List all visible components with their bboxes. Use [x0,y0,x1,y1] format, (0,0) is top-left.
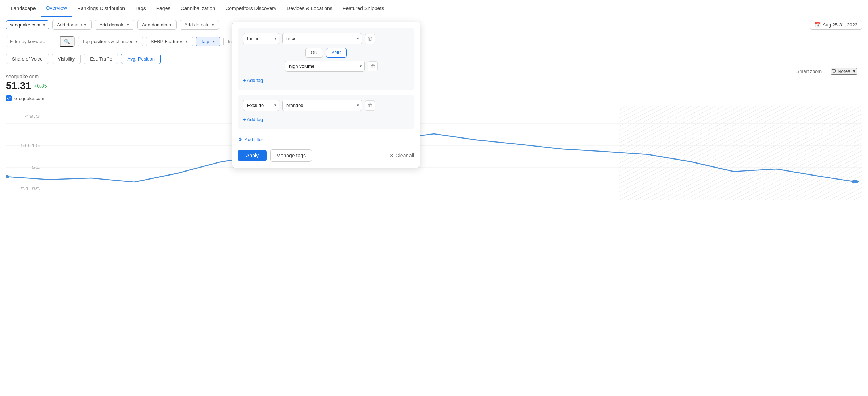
nav-competitors-discovery[interactable]: Competitors Discovery [220,0,281,16]
chart-area: seoquake.com 51.31 +0.85 seoquake.com Sm… [0,68,868,206]
add-tag2-button[interactable]: + Add tag [243,117,263,122]
keyword-input[interactable] [6,37,60,46]
metrics-tabs: Share of Voice Visibility Est. Traffic A… [0,50,868,68]
chevron-down-icon: ▼ [212,40,216,44]
tag2-select-wrap: high volume new branded ▾ [285,61,365,72]
y-label-1: 49.3 [25,114,40,119]
manage-tags-button[interactable]: Manage tags [270,149,312,162]
add-tag1-button[interactable]: + Add tag [243,78,263,83]
metric-change: +0.85 [34,83,47,89]
branded-select[interactable]: branded new high volume [282,100,362,111]
y-label-3: 51 [31,165,40,170]
chevron-down-icon: ▼ [185,40,188,44]
notes-button[interactable]: 🗨 Notes ▼ [831,68,857,75]
apply-button[interactable]: Apply [238,150,267,161]
branded-select-wrap: branded new high volume ▾ [282,100,362,111]
delete-filter1-button[interactable]: 🗑 [365,34,375,44]
include-select-wrap: Include Exclude ▾ [243,33,279,44]
keyword-filter-wrap: 🔍 [6,36,75,47]
add-filter-row: ⚙ Add filter [238,134,414,147]
nav-featured-snippets[interactable]: Featured Snippets [338,0,389,16]
tab-share-of-voice[interactable]: Share of Voice [6,54,49,64]
filter-icon: ⚙ [238,137,242,142]
notes-icon: 🗨 [831,69,836,74]
tab-avg-position[interactable]: Avg. Position [121,54,161,64]
top-navigation: Landscape Overview Rankings Distribution… [0,0,868,17]
legend-item: seoquake.com [6,95,862,101]
chevron-down-icon: ▼ [126,23,130,27]
chevron-down-icon: ▼ [852,69,856,74]
chevron-down-icon: ▼ [84,23,87,27]
trash-icon: 🗑 [368,103,372,108]
tab-est-traffic[interactable]: Est. Traffic [84,54,118,64]
chevron-down-icon: ▼ [168,23,172,27]
nav-devices-locations[interactable]: Devices & Locations [281,0,338,16]
hatch-area [619,106,862,200]
include-row: Include Exclude ▾ new high volume brande… [243,33,409,44]
close-icon: ✕ [389,153,394,158]
close-domain-button[interactable]: × [43,22,46,28]
tag1-select[interactable]: new high volume branded [282,33,362,44]
clear-all-button[interactable]: ✕ Clear all [389,153,414,158]
add-filter-button[interactable]: ⚙ Add filter [238,137,263,142]
nav-cannibalization[interactable]: Cannibalization [175,0,220,16]
tag2-select[interactable]: high volume new branded [285,61,365,72]
trash-icon: 🗑 [371,63,375,69]
date-range-button[interactable]: 📅 Aug 25-31, 2023 [810,20,862,30]
and-button[interactable]: AND [326,48,347,58]
delete-tag2-button[interactable]: 🗑 [368,61,378,71]
trash-icon: 🗑 [368,36,372,41]
search-icon: 🔍 [64,39,70,44]
nav-overview[interactable]: Overview [41,0,72,17]
chart-end-dot [851,180,859,183]
nav-rankings-distribution[interactable]: Rankings Distribution [72,0,130,16]
tags-filter[interactable]: Tags ▼ [196,37,220,46]
tag1-select-wrap: new high volume branded ▾ [282,33,362,44]
calendar-icon: 📅 [815,22,821,28]
or-button[interactable]: OR [305,48,324,58]
domain-toolbar: seoquake.com × Add domain ▼ Add domain ▼… [0,17,868,33]
chart-tools: Smart zoom 🗨 Notes ▼ [796,68,857,75]
domain-tag: seoquake.com × [6,20,49,29]
tab-visibility[interactable]: Visibility [52,54,81,64]
chevron-down-icon: ▼ [211,23,214,27]
exclude-filter-group: Exclude Include ▾ branded new high volum… [238,95,414,129]
add-tag2-row: + Add tag [243,115,409,124]
y-label-2: 50.15 [20,143,40,148]
serp-features-filter[interactable]: SERP Features ▼ [146,37,193,46]
legend-checkbox[interactable] [6,95,12,101]
tags-dropdown-panel: Include Exclude ▾ new high volume brande… [232,22,420,168]
keyword-search-button[interactable]: 🔍 [60,36,74,47]
chart-canvas: 49.3 50.15 51 51.85 [6,106,862,200]
or-and-toggle: OR AND [243,48,409,58]
smart-zoom-label: Smart zoom [796,69,822,74]
divider [826,69,826,74]
exclude-row: Exclude Include ▾ branded new high volum… [243,100,409,111]
exclude-select-wrap: Exclude Include ▾ [243,100,279,111]
exclude-select[interactable]: Exclude Include [243,100,279,111]
delete-filter2-button[interactable]: 🗑 [365,100,375,111]
add-domain-1[interactable]: Add domain ▼ [52,20,92,30]
chart-domain-label: seoquake.com [6,74,862,79]
chevron-down-icon: ▼ [135,40,138,44]
nav-tags[interactable]: Tags [130,0,151,16]
add-domain-4[interactable]: Add domain ▼ [180,20,219,30]
metric-value-display: 51.31 +0.85 [6,80,862,92]
tag2-row: high volume new branded ▾ 🗑 [243,61,409,72]
include-filter-group: Include Exclude ▾ new high volume brande… [238,28,414,90]
add-domain-3[interactable]: Add domain ▼ [137,20,177,30]
include-select[interactable]: Include Exclude [243,33,279,44]
domain-tag-label: seoquake.com [10,22,41,28]
nav-pages[interactable]: Pages [151,0,176,16]
chart-start-dot [6,175,9,178]
add-domain-2[interactable]: Add domain ▼ [95,20,134,30]
line-chart: 49.3 50.15 51 51.85 [6,106,862,200]
top-positions-filter[interactable]: Top positions & changes ▼ [78,37,143,46]
nav-landscape[interactable]: Landscape [6,0,41,16]
add-tag1-row: + Add tag [243,75,409,85]
y-label-4: 51.85 [20,187,40,191]
filter-toolbar: 🔍 Top positions & changes ▼ SERP Feature… [0,33,868,50]
panel-footer: Apply Manage tags ✕ Clear all [238,147,414,162]
